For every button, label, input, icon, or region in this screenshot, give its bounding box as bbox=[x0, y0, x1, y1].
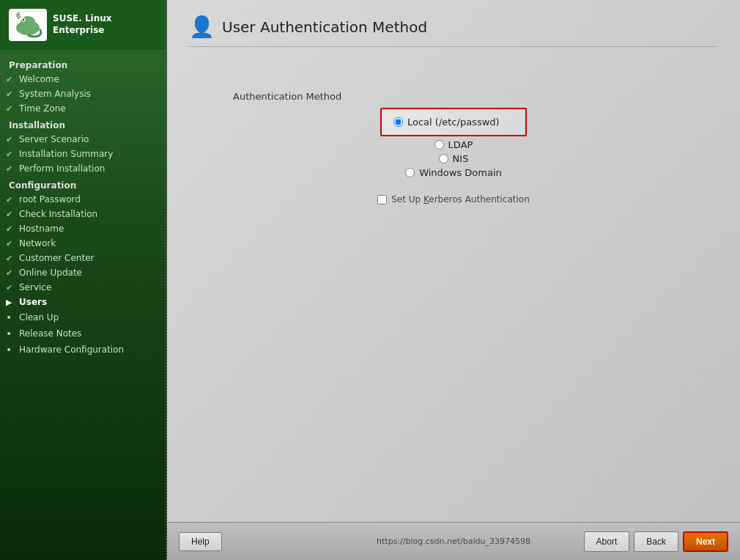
svg-point-1 bbox=[21, 16, 35, 28]
sidebar-item-server-scenario[interactable]: ✔ Server Scenario bbox=[0, 132, 166, 147]
check-icon: ✔ bbox=[6, 135, 16, 144]
check-icon: ✔ bbox=[6, 254, 16, 263]
radio-ldap[interactable]: LDAP bbox=[423, 138, 485, 152]
check-icon: ✔ bbox=[6, 104, 16, 114]
radio-nis-input[interactable] bbox=[439, 154, 448, 163]
content-main: 👤 User Authentication Method Authenticat… bbox=[167, 0, 740, 522]
sidebar-logo-area: SUSE. Linux Enterprise bbox=[0, 0, 166, 50]
sidebar-item-network[interactable]: ✔ Network bbox=[0, 236, 166, 251]
svg-point-3 bbox=[23, 19, 24, 21]
kerberos-area: Set Up Kerberos Authentication bbox=[377, 194, 530, 205]
back-button[interactable]: Back bbox=[634, 531, 678, 552]
sidebar-item-system-analysis[interactable]: ✔ System Analysis bbox=[0, 86, 166, 101]
check-icon: ✔ bbox=[6, 150, 16, 159]
help-button[interactable]: Help bbox=[179, 532, 222, 551]
sidebar-item-installation-summary[interactable]: ✔ Installation Summary bbox=[0, 147, 166, 161]
abort-button[interactable]: Abort bbox=[584, 531, 630, 552]
footer-right: Abort Back Next bbox=[584, 531, 728, 552]
sidebar-item-online-update[interactable]: ✔ Online Update bbox=[0, 265, 166, 280]
check-icon: ✔ bbox=[6, 283, 16, 292]
page-title: User Authentication Method bbox=[222, 18, 427, 36]
sidebar-item-release-notes[interactable]: • Release Notes bbox=[0, 325, 166, 342]
sidebar-item-hardware-configuration[interactable]: • Hardware Configuration bbox=[0, 342, 166, 358]
radio-nis[interactable]: NIS bbox=[427, 152, 481, 166]
sidebar-item-welcome[interactable]: ✔ Welcome bbox=[0, 72, 166, 86]
sidebar-item-hostname[interactable]: ✔ Hostname bbox=[0, 221, 166, 236]
section-installation: Installation bbox=[0, 116, 166, 132]
check-icon: ✔ bbox=[6, 75, 16, 84]
bullet-icon: • bbox=[6, 312, 16, 323]
suse-brand-text: SUSE. Linux Enterprise bbox=[53, 13, 112, 36]
sidebar-item-service[interactable]: ✔ Service bbox=[0, 280, 166, 295]
radio-nis-label: NIS bbox=[453, 153, 469, 164]
auth-section-label: Authentication Method bbox=[233, 91, 341, 102]
check-icon: ✔ bbox=[6, 224, 16, 234]
sidebar-item-clean-up[interactable]: • Clean Up bbox=[0, 309, 166, 325]
check-icon: ✔ bbox=[6, 239, 16, 248]
check-icon: ✔ bbox=[6, 195, 16, 205]
arrow-icon: ▶ bbox=[6, 298, 16, 307]
radio-windows-domain[interactable]: Windows Domain bbox=[393, 166, 514, 180]
sidebar-item-users[interactable]: ▶ Users bbox=[0, 295, 166, 309]
radio-windows-domain-label: Windows Domain bbox=[419, 167, 502, 178]
section-preparation: Preparation bbox=[0, 56, 166, 72]
content-area: 👤 User Authentication Method Authenticat… bbox=[167, 0, 740, 560]
suse-logo: SUSE. Linux Enterprise bbox=[9, 9, 112, 41]
footer: Help https://blog.csdn.net/baidu_3397459… bbox=[167, 522, 740, 560]
sidebar-item-perform-installation[interactable]: ✔ Perform Installation bbox=[0, 161, 166, 176]
sidebar-item-check-installation[interactable]: ✔ Check Installation bbox=[0, 207, 166, 221]
kerberos-k-underline: K bbox=[423, 194, 429, 205]
check-icon: ✔ bbox=[6, 268, 16, 278]
radio-ldap-input[interactable] bbox=[434, 140, 444, 150]
sidebar: SUSE. Linux Enterprise Preparation ✔ Wel… bbox=[0, 0, 167, 560]
radio-windows-domain-input[interactable] bbox=[405, 168, 415, 177]
radio-local-input[interactable] bbox=[393, 117, 403, 127]
check-icon: ✔ bbox=[6, 89, 16, 99]
main-container: SUSE. Linux Enterprise Preparation ✔ Wel… bbox=[0, 0, 740, 560]
radio-local-label: Local (/etc/passwd) bbox=[407, 117, 500, 128]
radio-ldap-label: LDAP bbox=[448, 139, 473, 150]
kerberos-checkbox[interactable] bbox=[377, 195, 387, 205]
radio-local[interactable]: Local (/etc/passwd) bbox=[393, 115, 514, 129]
sidebar-item-root-password[interactable]: ✔ root Password bbox=[0, 192, 166, 207]
page-title-area: 👤 User Authentication Method bbox=[189, 15, 718, 47]
check-icon: ✔ bbox=[6, 210, 16, 219]
section-configuration: Configuration bbox=[0, 176, 166, 192]
footer-url: https://blog.csdn.net/baidu_33974598 bbox=[377, 537, 530, 546]
sidebar-nav: Preparation ✔ Welcome ✔ System Analysis … bbox=[0, 50, 166, 560]
next-button[interactable]: Next bbox=[683, 531, 728, 552]
auth-method-highlighted-box: Local (/etc/passwd) bbox=[380, 108, 527, 136]
sidebar-item-time-zone[interactable]: ✔ Time Zone bbox=[0, 101, 166, 116]
sidebar-item-customer-center[interactable]: ✔ Customer Center bbox=[0, 251, 166, 265]
user-auth-icon: 👤 bbox=[189, 15, 215, 39]
chameleon-icon bbox=[9, 9, 47, 41]
bullet-icon: • bbox=[6, 344, 16, 355]
check-icon: ✔ bbox=[6, 164, 16, 174]
auth-form-area: Authentication Method Local (/etc/passwd… bbox=[189, 91, 718, 205]
kerberos-label[interactable]: Set Up Kerberos Authentication bbox=[391, 194, 530, 205]
bullet-icon: • bbox=[6, 328, 16, 339]
